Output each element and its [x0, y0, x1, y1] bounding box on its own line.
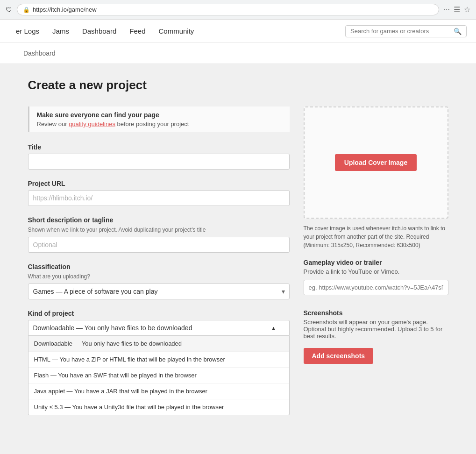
form-right: Upload Cover Image The cover image is us… [304, 106, 448, 364]
breadcrumb-label: Dashboard [23, 50, 56, 57]
form-left: Make sure everyone can find your page Re… [28, 106, 290, 426]
kind-dropdown: Downloadable — You only have files to be… [28, 336, 290, 415]
kind-selected-text: Downloadable — You only have files to be… [33, 324, 192, 332]
shield-icon: 🛡 [6, 6, 12, 14]
project-url-input[interactable] [28, 190, 290, 206]
kind-option-flash[interactable]: Flash — You have an SWF that will be pla… [28, 368, 289, 383]
kind-option-html[interactable]: HTML — You have a ZIP or HTML file that … [28, 352, 289, 368]
kind-option-java[interactable]: Java applet — You have a JAR that will b… [28, 383, 289, 399]
short-desc-input[interactable] [28, 237, 290, 253]
sidebar-item-dashboard[interactable]: Dashboard [76, 20, 123, 43]
gameplay-video-label: Gameplay video or trailer [304, 259, 448, 266]
gameplay-video-sublabel: Provide a link to YouTube or Vimeo. [304, 268, 448, 275]
info-box: Make sure everyone can find your page Re… [28, 106, 290, 132]
kind-select-display[interactable]: Downloadable — You only have files to be… [28, 320, 290, 336]
page-content: Dashboard Create a new project Make sure… [0, 43, 476, 454]
more-icon[interactable]: ··· [444, 5, 450, 14]
url-text: https://itch.io/game/new [33, 6, 97, 13]
url-bar[interactable]: 🔒 https://itch.io/game/new [17, 4, 439, 15]
kind-chevron-up-icon: ▴ [272, 324, 275, 332]
info-title: Make sure everyone can find your page [37, 111, 282, 119]
kind-select-wrapper: Downloadable — You only have files to be… [28, 320, 290, 415]
browser-chrome: 🛡 🔒 https://itch.io/game/new ··· ☰ ☆ [0, 0, 476, 20]
main-container: Create a new project Make sure everyone … [5, 64, 472, 440]
cover-image-note: The cover image is used whenever itch.io… [304, 224, 448, 249]
info-text-after: before posting your project [115, 121, 189, 128]
title-input[interactable] [28, 154, 290, 170]
short-desc-group: Short description or tagline Shown when … [28, 216, 290, 253]
sidebar-item-feed[interactable]: Feed [123, 20, 152, 43]
lock-icon: 🔒 [23, 7, 30, 13]
search-input[interactable] [350, 28, 454, 35]
title-label: Title [28, 143, 290, 151]
kind-option-unity[interactable]: Unity ≤ 5.3 — You have a Unity3d file th… [28, 399, 289, 415]
breadcrumb: Dashboard [0, 43, 476, 64]
bookmark-icon[interactable]: ☆ [464, 5, 470, 14]
screenshots-sublabel: Screenshots will appear on your game's p… [304, 319, 448, 340]
upload-cover-button[interactable]: Upload Cover Image [335, 154, 417, 171]
title-group: Title [28, 143, 290, 170]
classification-select[interactable]: Games — A piece of software you can play [28, 284, 290, 299]
sidebar-item-community[interactable]: Community [152, 20, 200, 43]
kind-group: Kind of project Downloadable — You only … [28, 310, 290, 415]
screenshots-section: Screenshots Screenshots will appear on y… [304, 309, 448, 364]
info-text-before: Review our [37, 121, 69, 128]
kind-label: Kind of project [28, 310, 290, 317]
form-layout: Make sure everyone can find your page Re… [28, 106, 448, 426]
short-desc-sublabel: Shown when we link to your project. Avoi… [28, 227, 290, 233]
project-url-group: Project URL [28, 180, 290, 206]
cover-image-box: Upload Cover Image [304, 106, 448, 219]
kind-option-downloadable[interactable]: Downloadable — You only have files to be… [28, 336, 289, 352]
sidebar-item-jams[interactable]: Jams [46, 20, 76, 43]
search-icon: 🔍 [454, 28, 462, 35]
gameplay-video-input[interactable] [304, 280, 448, 295]
nav-bar: er Logs Jams Dashboard Feed Community 🔍 [0, 20, 476, 43]
screenshots-label: Screenshots [304, 309, 448, 317]
classification-select-wrapper: Games — A piece of software you can play… [28, 284, 290, 299]
sidebar-item-devlogs[interactable]: er Logs [9, 20, 46, 43]
project-url-label: Project URL [28, 180, 290, 187]
browser-actions: ··· ☰ ☆ [444, 5, 470, 14]
classification-label: Classification [28, 263, 290, 270]
add-screenshots-button[interactable]: Add screenshots [304, 348, 374, 364]
info-text: Review our quality guidelines before pos… [37, 121, 282, 128]
quality-guidelines-link[interactable]: quality guidelines [69, 121, 115, 128]
page-title: Create a new project [28, 78, 448, 92]
pocket-icon[interactable]: ☰ [454, 5, 460, 14]
classification-group: Classification What are you uploading? G… [28, 263, 290, 299]
classification-sublabel: What are you uploading? [28, 273, 290, 280]
short-desc-label: Short description or tagline [28, 216, 290, 224]
search-bar[interactable]: 🔍 [345, 25, 467, 37]
